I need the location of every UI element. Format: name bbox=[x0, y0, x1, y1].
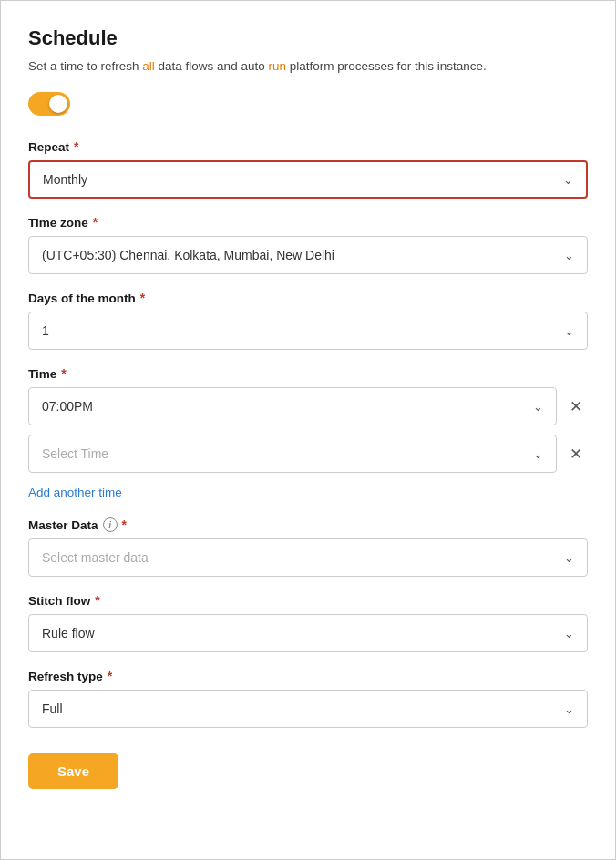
time2-close-icon: ✕ bbox=[570, 445, 582, 464]
time1-select[interactable]: 07:00PM ⌄ bbox=[28, 387, 557, 425]
subtitle-highlight-run: run bbox=[268, 59, 286, 73]
time-row-1: 07:00PM ⌄ ✕ bbox=[28, 387, 588, 425]
time2-select[interactable]: Select Time ⌄ bbox=[28, 435, 557, 473]
refresh-type-label: Refresh type * bbox=[28, 669, 588, 683]
timezone-chevron-icon: ⌄ bbox=[564, 249, 574, 262]
timezone-field-group: Time zone * (UTC+05:30) Chennai, Kolkata… bbox=[28, 215, 588, 274]
days-required-star: * bbox=[140, 291, 145, 305]
time2-placeholder: Select Time bbox=[42, 446, 108, 461]
timezone-value: (UTC+05:30) Chennai, Kolkata, Mumbai, Ne… bbox=[42, 248, 334, 262]
timezone-required-star: * bbox=[93, 215, 98, 230]
repeat-field-group: Repeat * Monthly ⌄ bbox=[28, 139, 588, 199]
repeat-required-star: * bbox=[74, 139, 78, 154]
stitch-flow-value: Rule flow bbox=[42, 626, 95, 640]
time-row-2: Select Time ⌄ ✕ bbox=[28, 435, 588, 473]
timezone-select[interactable]: (UTC+05:30) Chennai, Kolkata, Mumbai, Ne… bbox=[28, 236, 588, 274]
time1-value: 07:00PM bbox=[42, 399, 93, 414]
time1-remove-button[interactable]: ✕ bbox=[564, 394, 588, 418]
add-another-time-link[interactable]: Add another time bbox=[28, 486, 122, 499]
timezone-label: Time zone * bbox=[28, 215, 588, 230]
refresh-type-required-star: * bbox=[108, 669, 112, 683]
days-value: 1 bbox=[42, 323, 49, 338]
subtitle-text-2: data flows and auto bbox=[155, 59, 269, 73]
master-data-placeholder: Select master data bbox=[42, 550, 149, 565]
repeat-chevron-icon: ⌄ bbox=[563, 173, 573, 187]
page-title: Schedule bbox=[28, 26, 588, 50]
subtitle-text-3: platform processes for this instance. bbox=[286, 59, 487, 73]
stitch-flow-field-group: Stitch flow * Rule flow ⌄ bbox=[28, 593, 588, 652]
days-field-group: Days of the month * 1 ⌄ bbox=[28, 291, 588, 350]
master-data-label: Master Data i * bbox=[28, 517, 588, 532]
time-field-group: Time * 07:00PM ⌄ ✕ Select Time ⌄ ✕ Add a… bbox=[28, 366, 588, 501]
page-subtitle: Set a time to refresh all data flows and… bbox=[28, 57, 588, 76]
refresh-type-select[interactable]: Full ⌄ bbox=[28, 690, 588, 728]
master-data-chevron-icon: ⌄ bbox=[564, 551, 574, 565]
master-data-select[interactable]: Select master data ⌄ bbox=[28, 538, 588, 577]
refresh-type-chevron-icon: ⌄ bbox=[564, 702, 574, 716]
stitch-flow-select[interactable]: Rule flow ⌄ bbox=[28, 614, 588, 652]
subtitle-text-1: Set a time to refresh bbox=[28, 59, 142, 73]
stitch-flow-required-star: * bbox=[95, 593, 99, 608]
master-data-required-star: * bbox=[122, 517, 127, 532]
time2-remove-button[interactable]: ✕ bbox=[564, 442, 588, 466]
master-data-info-icon[interactable]: i bbox=[103, 517, 118, 532]
time1-close-icon: ✕ bbox=[570, 397, 582, 416]
stitch-flow-label: Stitch flow * bbox=[28, 593, 588, 608]
stitch-flow-chevron-icon: ⌄ bbox=[564, 627, 574, 640]
refresh-type-value: Full bbox=[42, 701, 63, 716]
schedule-toggle-wrap bbox=[28, 92, 588, 119]
repeat-label: Repeat * bbox=[28, 139, 588, 154]
days-label: Days of the month * bbox=[28, 291, 588, 305]
schedule-card: Schedule Set a time to refresh all data … bbox=[0, 0, 616, 860]
master-data-field-group: Master Data i * Select master data ⌄ bbox=[28, 517, 588, 577]
time2-chevron-icon: ⌄ bbox=[533, 447, 543, 461]
save-button[interactable]: Save bbox=[28, 753, 118, 789]
time-label: Time * bbox=[28, 366, 588, 381]
refresh-type-field-group: Refresh type * Full ⌄ bbox=[28, 669, 588, 728]
subtitle-highlight-all: all bbox=[142, 59, 155, 73]
time1-chevron-icon: ⌄ bbox=[533, 400, 543, 414]
time-required-star: * bbox=[61, 366, 66, 381]
repeat-select[interactable]: Monthly ⌄ bbox=[28, 160, 588, 199]
schedule-toggle[interactable] bbox=[28, 92, 70, 116]
repeat-value: Monthly bbox=[43, 172, 87, 187]
days-chevron-icon: ⌄ bbox=[564, 324, 574, 338]
toggle-knob bbox=[49, 95, 67, 113]
days-select[interactable]: 1 ⌄ bbox=[28, 312, 588, 350]
